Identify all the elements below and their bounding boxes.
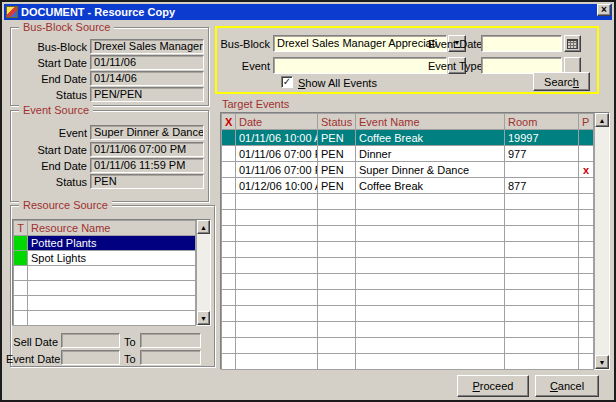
start-date-label: Start Date [10, 57, 87, 69]
table-row-empty[interactable] [222, 290, 594, 306]
table-row-empty[interactable] [222, 242, 594, 258]
resource-type-cell [14, 251, 28, 266]
cell-date: 01/11/06 07:00 PM [236, 146, 318, 162]
app-icon [6, 6, 18, 18]
cell-room [505, 162, 579, 178]
event-date-calendar-button[interactable] [564, 35, 581, 52]
close-button[interactable]: × [597, 4, 611, 16]
resource-table: T Resource Name Potted Plants Spot Light… [13, 220, 196, 326]
show-all-events-label: Show All Events [298, 77, 377, 89]
table-row-empty[interactable] [222, 306, 594, 322]
event-end-date-field: 01/11/06 11:59 PM [90, 158, 204, 173]
event-status-field: PEN [90, 174, 204, 189]
col-date: Date [236, 114, 318, 130]
event-start-date-field: 01/11/06 07:00 PM [90, 142, 204, 157]
table-row-empty[interactable] [222, 194, 594, 210]
bus-block-source-title: Bus-Block Source [19, 21, 114, 33]
cell-room: 19997 [505, 130, 579, 146]
cell-p [579, 178, 594, 194]
search-event-field[interactable] [273, 57, 447, 74]
table-row-empty[interactable] [222, 322, 594, 338]
cell-status: PEN [318, 178, 356, 194]
titlebar: DOCUMENT - Resource Copy [4, 4, 612, 20]
resource-rows: Potted Plants Spot Lights [14, 236, 196, 266]
target-events-list: X Date Status Event Name Room P 01/11/06… [220, 112, 610, 370]
cell-p: x [579, 162, 594, 178]
scroll-up-icon: ▲ [200, 224, 207, 231]
resource-col-name: Resource Name [28, 221, 196, 236]
scroll-down-button[interactable]: ▼ [595, 355, 609, 369]
table-row-empty[interactable] [222, 354, 594, 370]
bus-block-label: Bus-Block [10, 41, 87, 53]
resource-col-t: T [14, 221, 28, 236]
cell-date: 01/12/06 10:00 AM [236, 178, 318, 194]
resource-name-cell: Potted Plants [28, 236, 196, 251]
col-room: Room [505, 114, 579, 130]
col-p: P [579, 114, 594, 130]
table-row-empty[interactable] [14, 266, 196, 281]
table-row[interactable]: 01/12/06 10:00 AM PEN Coffee Break 877 [222, 178, 594, 194]
resource-empty-rows [14, 266, 196, 326]
scroll-down-icon: ▼ [200, 315, 207, 322]
table-row-empty[interactable] [222, 226, 594, 242]
cell-room: 977 [505, 146, 579, 162]
sell-date-from-field[interactable] [61, 333, 120, 348]
col-event-name: Event Name [356, 114, 505, 130]
table-row[interactable]: 01/11/06 07:00 PM PEN Super Dinner & Dan… [222, 162, 594, 178]
close-icon: × [601, 5, 607, 15]
cell-date: 01/11/06 10:00 AM [236, 130, 318, 146]
scroll-down-button[interactable]: ▼ [197, 311, 210, 325]
cancel-button[interactable]: Cancel [535, 375, 599, 397]
end-date-field: 01/14/06 [90, 71, 204, 86]
table-row-selected[interactable]: 01/11/06 10:00 AM PEN Coffee Break 19997 [222, 130, 594, 146]
window-title: DOCUMENT - Resource Copy [21, 6, 610, 18]
resource-row-selected[interactable]: Potted Plants [14, 236, 196, 251]
sell-date-label: Sell Date [6, 336, 58, 348]
status-field: PEN/PEN [90, 87, 204, 102]
cell-p [579, 146, 594, 162]
start-date-field: 01/11/06 [90, 55, 204, 70]
search-button[interactable]: Search [533, 72, 590, 91]
col-x: X [222, 114, 236, 130]
search-bus-block-combo[interactable]: Drexel Sales Manager Appreciati [273, 35, 447, 52]
table-row-empty[interactable] [222, 274, 594, 290]
resource-name-cell: Spot Lights [28, 251, 196, 266]
search-event-date-field[interactable] [481, 35, 562, 52]
checkmark-icon: ✓ [283, 77, 291, 87]
table-row-empty[interactable] [222, 210, 594, 226]
cell-event-name: Coffee Break [356, 130, 505, 146]
table-row[interactable]: 01/11/06 07:00 PM PEN Dinner 977 [222, 146, 594, 162]
event-date-from-field[interactable] [61, 350, 120, 365]
event-date-range-label: Event Date [6, 353, 58, 365]
event-date-to-label: To [124, 353, 136, 365]
resource-row[interactable]: Spot Lights [14, 251, 196, 266]
scroll-up-button[interactable]: ▲ [197, 220, 210, 234]
resource-scrollbar[interactable]: ▲ ▼ [196, 220, 210, 325]
event-source-title: Event Source [19, 104, 93, 116]
search-event-type-label: Event Type [428, 60, 478, 72]
target-events-title: Target Events [222, 98, 289, 110]
table-row-empty[interactable] [14, 311, 196, 326]
show-all-events-checkbox[interactable]: ✓ [281, 76, 293, 88]
table-row-empty[interactable] [222, 258, 594, 274]
scroll-down-icon: ▼ [599, 359, 606, 366]
event-date-to-field[interactable] [140, 350, 201, 365]
cell-event-name: Dinner [356, 146, 505, 162]
target-events-empty-rows [222, 194, 594, 370]
table-row-empty[interactable] [14, 281, 196, 296]
sell-date-to-field[interactable] [140, 333, 201, 348]
dialog-window: DOCUMENT - Resource Copy × Bus-Block Sou… [0, 0, 616, 402]
table-row-empty[interactable] [14, 296, 196, 311]
event-start-date-label: Start Date [10, 144, 87, 156]
target-events-scrollbar[interactable]: ▲ ▼ [594, 113, 609, 369]
table-row-empty[interactable] [222, 338, 594, 354]
status-label: Status [10, 89, 87, 101]
cell-status: PEN [318, 146, 356, 162]
scroll-up-button[interactable]: ▲ [595, 113, 609, 127]
target-events-table: X Date Status Event Name Room P 01/11/06… [221, 113, 594, 370]
cell-room: 877 [505, 178, 579, 194]
cell-status: PEN [318, 130, 356, 146]
calendar-icon [567, 39, 578, 49]
proceed-button[interactable]: Proceed [457, 375, 529, 397]
event-end-date-label: End Date [10, 160, 87, 172]
